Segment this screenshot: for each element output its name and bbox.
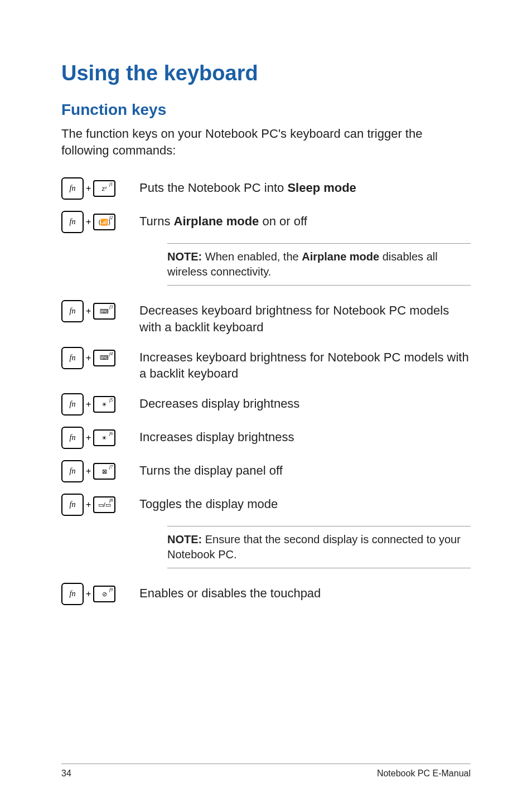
f1-description: Puts the Notebook PC into Sleep mode [139,176,471,196]
fn-key-icon: fn [61,460,84,482]
key-combo: fn + ☀ f6 [61,426,139,449]
f3-description: Decreases keyboard brightness for Notebo… [139,299,471,335]
f6-description: Increases display brightness [139,426,471,446]
f-label: f6 [109,431,113,436]
key-combo: fn + ⌨ f3 [61,299,139,322]
plus-icon: + [86,500,91,510]
key-combo: fn + zᶻ f1 [61,176,139,200]
key-combo: fn + ☀ f5 [61,392,139,416]
key-combo: fn + (📶) f2 [61,210,139,233]
f-label: f1 [109,182,113,187]
page-number: 34 [61,769,71,779]
f9-key-icon: ⊘ f9 [93,586,115,602]
bold-text: Sleep mode [287,181,356,195]
fn-key-icon: fn [61,583,84,605]
f-label: f4 [109,351,113,356]
f7-key-icon: ⊠ f7 [93,463,115,480]
plus-icon: + [86,217,91,227]
key-combo: fn + ⊘ f9 [61,582,139,605]
f-label: f8 [109,498,113,503]
key-combo: fn + ⌨ f4 [61,346,139,369]
f-label: f7 [109,465,113,470]
bold-text: Airplane mode [302,250,379,263]
plus-icon: + [86,589,91,599]
f7-description: Turns the display panel off [139,459,471,479]
text: Ensure that the second display is connec… [167,533,461,561]
fn-key-icon: fn [61,347,84,369]
note-label: NOTE: [167,533,202,545]
brightness-down-icon: ☀ [101,402,107,408]
section-heading: Function keys [61,101,471,119]
plus-icon: + [86,433,91,443]
text: Puts the Notebook PC into [139,181,287,195]
fn-key-icon: fn [61,393,84,416]
page-footer: 34 Notebook PC E-Manual [61,764,471,779]
text: When enabled, the [202,250,302,263]
plus-icon: + [86,399,91,409]
airplane-mode-note: NOTE: When enabled, the Airplane mode di… [167,243,471,286]
sleep-icon: zᶻ [102,186,108,192]
plus-icon: + [86,183,91,194]
second-display-note: NOTE: Ensure that the second display is … [167,526,471,568]
fn-f2-row: fn + (📶) f2 Turns Airplane mode on or of… [61,210,471,233]
fn-f4-row: fn + ⌨ f4 Increases keyboard brightness … [61,346,471,382]
f2-key-icon: (📶) f2 [93,214,115,230]
intro-text: The function keys on your Notebook PC's … [61,125,471,158]
text: on or off [259,214,307,228]
f3-key-icon: ⌨ f3 [93,303,115,320]
f5-key-icon: ☀ f5 [93,396,115,413]
key-combo: fn + ▭/▭ f8 [61,492,139,516]
plus-icon: + [86,466,91,476]
plus-icon: + [86,306,91,316]
touchpad-icon: ⊘ [102,591,107,597]
keyboard-bright-icon: ⌨ [100,355,109,361]
fn-f1-row: fn + zᶻ f1 Puts the Notebook PC into Sle… [61,176,471,200]
fn-f5-row: fn + ☀ f5 Decreases display brightness [61,392,471,416]
fn-f8-row: fn + ▭/▭ f8 Toggles the display mode [61,492,471,516]
fn-f6-row: fn + ☀ f6 Increases display brightness [61,426,471,449]
fn-f7-row: fn + ⊠ f7 Turns the display panel off [61,459,471,482]
bold-text: Airplane mode [174,214,259,228]
fn-f3-row: fn + ⌨ f3 Decreases keyboard brightness … [61,299,471,335]
fn-key-icon: fn [61,427,84,449]
f4-description: Increases keyboard brightness for Notebo… [139,346,471,382]
f1-key-icon: zᶻ f1 [93,180,115,197]
wireless-icon: (📶) [99,219,110,225]
note-label: NOTE: [167,250,202,263]
keyboard-dim-icon: ⌨ [100,308,109,315]
plus-icon: + [86,353,91,363]
f-label: f3 [109,305,113,310]
brightness-up-icon: ☀ [101,435,107,441]
f8-key-icon: ▭/▭ f8 [93,496,115,513]
f8-description: Toggles the display mode [139,492,471,513]
f-label: f5 [109,398,113,403]
f5-description: Decreases display brightness [139,392,471,412]
key-combo: fn + ⊠ f7 [61,459,139,482]
fn-f9-row: fn + ⊘ f9 Enables or disables the touchp… [61,582,471,605]
f-label: f9 [109,587,113,592]
f2-description: Turns Airplane mode on or off [139,210,471,230]
f9-description: Enables or disables the touchpad [139,582,471,602]
fn-key-icon: fn [61,300,84,322]
fn-key-icon: fn [61,177,84,200]
display-off-icon: ⊠ [102,468,107,475]
manual-title: Notebook PC E-Manual [377,769,471,779]
f6-key-icon: ☀ f6 [93,429,115,446]
page-heading: Using the keyboard [61,61,471,85]
f-label: f2 [109,215,113,220]
f4-key-icon: ⌨ f4 [93,350,115,366]
fn-key-icon: fn [61,494,84,516]
fn-key-icon: fn [61,211,84,233]
text: Turns [139,214,174,228]
